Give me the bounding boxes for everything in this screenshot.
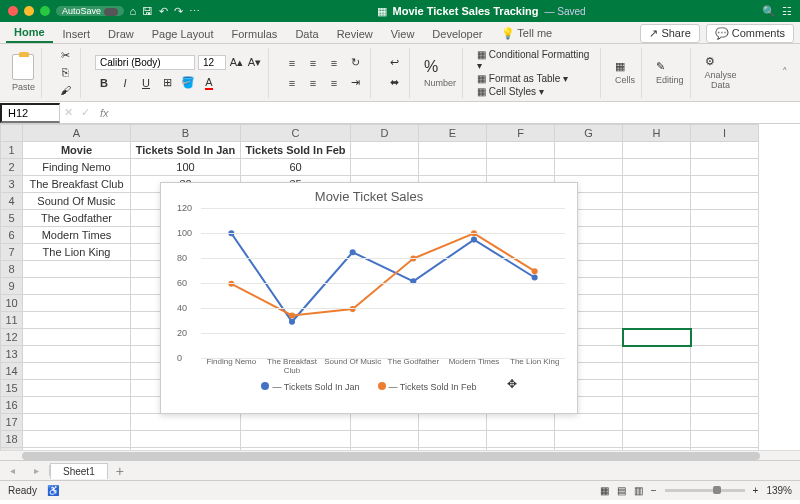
cell[interactable]: 60	[241, 159, 351, 176]
cell[interactable]	[131, 431, 241, 448]
cell[interactable]	[623, 312, 691, 329]
tab-page-layout[interactable]: Page Layout	[144, 25, 222, 43]
cell[interactable]	[555, 431, 623, 448]
col-header[interactable]: I	[691, 125, 759, 142]
row-header[interactable]: 7	[1, 244, 23, 261]
cell[interactable]	[623, 380, 691, 397]
tab-draw[interactable]: Draw	[100, 25, 142, 43]
col-header[interactable]: F	[487, 125, 555, 142]
cell[interactable]	[691, 159, 759, 176]
cell-styles[interactable]: ▦ Cell Styles ▾	[477, 86, 544, 97]
cell[interactable]	[691, 261, 759, 278]
tab-insert[interactable]: Insert	[55, 25, 99, 43]
italic-button[interactable]: I	[116, 74, 134, 92]
close-window-dot[interactable]	[8, 6, 18, 16]
view-page-layout-icon[interactable]: ▤	[617, 485, 626, 496]
cell[interactable]	[691, 176, 759, 193]
row-header[interactable]: 11	[1, 312, 23, 329]
cell[interactable]	[691, 397, 759, 414]
font-family-select[interactable]	[95, 55, 195, 70]
cell[interactable]: Tickets Sold In Feb	[241, 142, 351, 159]
fx-label[interactable]: fx	[94, 107, 115, 119]
cell[interactable]	[623, 414, 691, 431]
row-header[interactable]: 10	[1, 295, 23, 312]
cell[interactable]	[351, 159, 419, 176]
home-icon[interactable]: ⌂	[130, 5, 137, 17]
cell[interactable]	[623, 193, 691, 210]
cell[interactable]	[23, 295, 131, 312]
view-page-break-icon[interactable]: ▥	[634, 485, 643, 496]
cell[interactable]	[623, 142, 691, 159]
row-header[interactable]: 4	[1, 193, 23, 210]
cell[interactable]	[23, 363, 131, 380]
worksheet-grid[interactable]: ABCDEFGHI1MovieTickets Sold In JanTicket…	[0, 124, 800, 450]
cell[interactable]	[555, 159, 623, 176]
border-icon[interactable]: ⊞	[158, 74, 176, 92]
cell[interactable]	[241, 431, 351, 448]
search-icon[interactable]: 🔍	[762, 5, 776, 18]
cell[interactable]	[691, 210, 759, 227]
align-bot-icon[interactable]: ≡	[325, 54, 343, 72]
row-header[interactable]: 3	[1, 176, 23, 193]
cell[interactable]	[691, 346, 759, 363]
cell[interactable]	[623, 244, 691, 261]
cell[interactable]	[23, 278, 131, 295]
cell[interactable]	[23, 261, 131, 278]
sheet-nav-last-icon[interactable]: ▸	[34, 465, 39, 476]
cells-icon[interactable]: ▦	[615, 60, 635, 73]
col-header[interactable]: A	[23, 125, 131, 142]
editing-icon[interactable]: ✎	[656, 60, 684, 73]
cell[interactable]	[691, 227, 759, 244]
cell[interactable]	[555, 142, 623, 159]
paste-icon[interactable]	[12, 54, 34, 80]
row-header[interactable]: 6	[1, 227, 23, 244]
cell[interactable]	[23, 329, 131, 346]
cell[interactable]	[623, 176, 691, 193]
cell[interactable]: Modern Times	[23, 227, 131, 244]
formula-input[interactable]	[115, 107, 800, 119]
align-center-icon[interactable]: ≡	[304, 74, 322, 92]
align-right-icon[interactable]: ≡	[325, 74, 343, 92]
view-normal-icon[interactable]: ▦	[600, 485, 609, 496]
merge-icon[interactable]: ⬌	[385, 74, 403, 92]
col-header[interactable]: H	[623, 125, 691, 142]
cell[interactable]	[487, 414, 555, 431]
fill-color-icon[interactable]: 🪣	[179, 74, 197, 92]
accessibility-icon[interactable]: ♿	[47, 485, 59, 496]
cell[interactable]	[419, 414, 487, 431]
tab-data[interactable]: Data	[287, 25, 326, 43]
cell[interactable]	[131, 414, 241, 431]
tab-home[interactable]: Home	[6, 23, 53, 43]
share-button[interactable]: ↗ Share	[640, 24, 699, 43]
cell[interactable]	[623, 397, 691, 414]
col-header[interactable]: D	[351, 125, 419, 142]
cell[interactable]	[691, 244, 759, 261]
cell[interactable]	[691, 329, 759, 346]
name-box[interactable]	[0, 103, 60, 123]
cell[interactable]	[691, 380, 759, 397]
chart-object[interactable]: Movie Ticket Sales 020406080100120 Findi…	[160, 182, 578, 414]
percent-icon[interactable]: %	[424, 58, 456, 76]
cell[interactable]	[487, 159, 555, 176]
row-header[interactable]: 5	[1, 210, 23, 227]
more-icon[interactable]: ⋯	[189, 5, 200, 18]
font-size-select[interactable]	[198, 55, 226, 70]
add-sheet-button[interactable]: +	[108, 463, 132, 479]
align-left-icon[interactable]: ≡	[283, 74, 301, 92]
cell[interactable]	[691, 142, 759, 159]
bold-button[interactable]: B	[95, 74, 113, 92]
cell[interactable]	[419, 159, 487, 176]
cell[interactable]	[23, 346, 131, 363]
cell[interactable]	[623, 431, 691, 448]
horizontal-scrollbar[interactable]	[0, 450, 800, 460]
row-header[interactable]: 16	[1, 397, 23, 414]
copy-icon[interactable]: ⎘	[56, 65, 74, 80]
comments-button[interactable]: 💬 Comments	[706, 24, 794, 43]
cell[interactable]: Finding Nemo	[23, 159, 131, 176]
collapse-ribbon-icon[interactable]: ˄	[776, 66, 794, 79]
row-header[interactable]: 2	[1, 159, 23, 176]
tab-developer[interactable]: Developer	[424, 25, 490, 43]
cell[interactable]	[623, 295, 691, 312]
cell[interactable]	[23, 414, 131, 431]
cell[interactable]: 100	[131, 159, 241, 176]
